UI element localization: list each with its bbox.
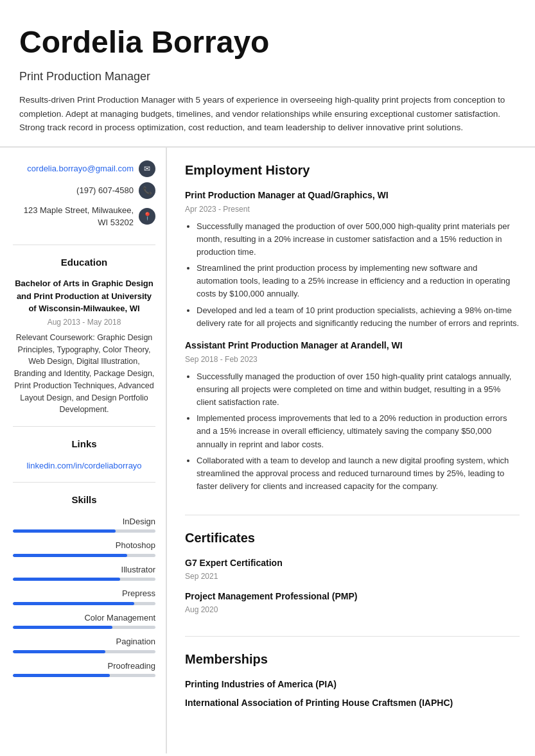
member-item: International Association of Printing Ho…: [185, 696, 520, 710]
education-section: Education Bachelor of Arts in Graphic De…: [13, 255, 155, 427]
skill-bar-bg: [13, 529, 155, 533]
skill-bar-bg: [13, 602, 155, 605]
linkedin-item: linkedin.com/in/cordeliaborrayo: [13, 460, 155, 472]
certificates-section: Certificates G7 Expert Certification Sep…: [185, 528, 520, 637]
bullet-item: Collaborated with a team to develop and …: [197, 454, 520, 493]
skill-item: Pagination: [13, 635, 155, 653]
employment-title: Employment History: [185, 160, 520, 180]
location-icon: 📍: [139, 208, 155, 225]
skill-label: Pagination: [13, 635, 155, 648]
skill-label: Prepress: [13, 587, 155, 600]
jobs-list: Print Production Manager at Quad/Graphic…: [185, 189, 520, 493]
cert-date: Sep 2021: [185, 571, 520, 582]
skill-bar-fill: [13, 554, 127, 557]
email-link[interactable]: cordelia.borrayo@gmail.com: [27, 162, 134, 175]
members-list: Printing Industries of America (PIA)Inte…: [185, 678, 520, 710]
email-item: cordelia.borrayo@gmail.com ✉: [13, 160, 155, 177]
bullet-item: Implemented process improvements that le…: [197, 412, 520, 451]
skill-bar-fill: [13, 626, 112, 629]
skill-bar-bg: [13, 650, 155, 653]
linkedin-link[interactable]: linkedin.com/in/cordeliaborrayo: [13, 460, 155, 472]
candidate-summary: Results-driven Print Production Manager …: [19, 93, 516, 135]
skill-label: Proofreading: [13, 660, 155, 673]
member-item: Printing Industries of America (PIA): [185, 678, 520, 691]
cert-item: G7 Expert Certification Sep 2021: [185, 556, 520, 582]
header: Cordelia Borrayo Print Production Manage…: [0, 0, 535, 148]
skill-item: InDesign: [13, 515, 155, 533]
skill-bar-bg: [13, 554, 155, 557]
email-icon: ✉: [139, 160, 155, 177]
phone-icon: 📞: [139, 182, 155, 199]
skill-label: Color Management: [13, 612, 155, 624]
skill-label: InDesign: [13, 515, 155, 528]
main-content: Employment History Print Production Mana…: [167, 148, 535, 753]
job-bullets: Successfully managed the production of o…: [185, 370, 520, 493]
links-title: Links: [13, 437, 155, 452]
address-text: 123 Maple Street, Milwaukee, WI 53202: [13, 204, 134, 229]
job-bullets: Successfully managed the production of o…: [185, 220, 520, 330]
certificates-title: Certificates: [185, 528, 520, 547]
job-item: Print Production Manager at Quad/Graphic…: [185, 189, 520, 330]
links-section: Links linkedin.com/in/cordeliaborrayo: [13, 437, 155, 483]
bullet-item: Developed and led a team of 10 print pro…: [197, 304, 520, 330]
skill-item: Color Management: [13, 612, 155, 630]
skill-item: Prepress: [13, 587, 155, 605]
skill-label: Photoshop: [13, 539, 155, 552]
memberships-section: Memberships Printing Industries of Ameri…: [185, 649, 520, 728]
skill-bar-bg: [13, 578, 155, 581]
job-date: Sep 2018 - Feb 2023: [185, 354, 520, 365]
skill-item: Proofreading: [13, 660, 155, 678]
cert-date: Aug 2020: [185, 604, 520, 615]
phone-text: (197) 607-4580: [76, 184, 134, 197]
employment-section: Employment History Print Production Mana…: [185, 160, 520, 515]
skill-bar-fill: [13, 578, 120, 581]
job-item: Assistant Print Production Manager at Ar…: [185, 339, 520, 493]
edu-date: Aug 2013 - May 2018: [13, 316, 155, 328]
skill-item: Illustrator: [13, 563, 155, 581]
edu-courses: Relevant Coursework: Graphic Design Prin…: [13, 332, 155, 416]
candidate-title: Print Production Manager: [19, 68, 516, 85]
bullet-item: Successfully managed the production of o…: [197, 370, 520, 409]
skill-bar-fill: [13, 529, 116, 533]
cert-item: Project Management Professional (PMP) Au…: [185, 590, 520, 615]
address-item: 123 Maple Street, Milwaukee, WI 53202 📍: [13, 204, 155, 229]
skills-section: Skills InDesign Photoshop Illustrator Pr…: [13, 493, 155, 694]
cert-name: Project Management Professional (PMP): [185, 590, 520, 603]
skills-title: Skills: [13, 493, 155, 508]
certs-list: G7 Expert Certification Sep 2021 Project…: [185, 556, 520, 615]
candidate-name: Cordelia Borrayo: [19, 19, 516, 65]
skill-bar-fill: [13, 674, 110, 677]
cert-name: G7 Expert Certification: [185, 556, 520, 570]
bullet-item: Successfully managed the production of o…: [197, 220, 520, 259]
job-title: Assistant Print Production Manager at Ar…: [185, 339, 520, 352]
bullet-item: Streamlined the print production process…: [197, 262, 520, 300]
job-date: Apr 2023 - Present: [185, 203, 520, 215]
memberships-title: Memberships: [185, 649, 520, 669]
skill-label: Illustrator: [13, 563, 155, 576]
skill-bar-fill: [13, 650, 105, 653]
education-title: Education: [13, 255, 155, 270]
skill-bar-fill: [13, 602, 134, 605]
skills-list: InDesign Photoshop Illustrator Prepress …: [13, 515, 155, 678]
phone-item: (197) 607-4580 📞: [13, 182, 155, 199]
edu-degree: Bachelor of Arts in Graphic Design and P…: [13, 277, 155, 315]
sidebar: cordelia.borrayo@gmail.com ✉ (197) 607-4…: [0, 148, 167, 753]
job-title: Print Production Manager at Quad/Graphic…: [185, 189, 520, 202]
skill-bar-bg: [13, 674, 155, 677]
skill-bar-bg: [13, 626, 155, 629]
contact-section: cordelia.borrayo@gmail.com ✉ (197) 607-4…: [13, 160, 155, 245]
body: cordelia.borrayo@gmail.com ✉ (197) 607-4…: [0, 148, 535, 753]
skill-item: Photoshop: [13, 539, 155, 557]
